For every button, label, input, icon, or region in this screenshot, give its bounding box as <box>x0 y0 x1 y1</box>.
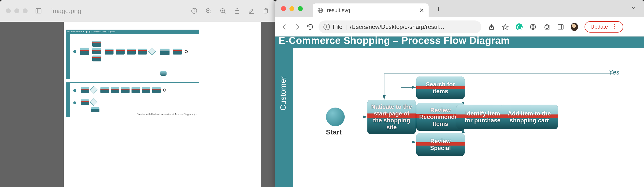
nav-forward-button[interactable] <box>293 22 302 31</box>
url-path: /Users/new/Desktop/c-sharp/resul… <box>350 24 445 30</box>
address-bar[interactable]: i File | /Users/new/Desktop/c-sharp/resu… <box>318 20 482 33</box>
browser-window: result.svg ✕ ＋ i File | /Users/new/Deskt… <box>275 0 644 187</box>
svg-point-4 <box>194 10 194 10</box>
start-caption: Start <box>326 128 342 136</box>
grammarly-extension-icon[interactable] <box>516 23 523 30</box>
preview-zoom-button[interactable] <box>23 8 28 13</box>
thumb-footer: Created with Evaluation version of Aspos… <box>137 113 197 116</box>
flow-diagram: E-Commerce Shopping – Process Flow Diagr… <box>275 36 644 187</box>
preview-document-page: E-Commerce Shopping – Process Flow Diagr… <box>64 22 261 187</box>
node-navigate: Naticate to thestart page ofthe shopping… <box>368 100 416 134</box>
diagram-title: E-Commerce Shopping – Process Flow Diagr… <box>278 36 510 46</box>
tab-overflow-icon[interactable] <box>631 5 636 12</box>
side-panel-icon[interactable] <box>557 23 564 30</box>
sidebar-toggle-icon[interactable] <box>35 8 42 14</box>
site-info-icon[interactable]: i <box>324 24 330 30</box>
update-button[interactable]: Update ⋯ <box>584 21 623 32</box>
preview-titlebar: image.png <box>0 0 275 22</box>
svg-marker-19 <box>502 24 508 29</box>
preview-filename: image.png <box>51 7 81 15</box>
nav-back-button[interactable] <box>280 22 289 31</box>
node-search: Search foritems <box>416 76 464 99</box>
diagram-canvas: Yes Start Naticate to thestart page ofth… <box>293 48 644 187</box>
preview-window: image.png <box>0 0 275 187</box>
start-node <box>326 108 345 126</box>
browser-traffic-lights[interactable] <box>281 6 303 11</box>
new-tab-button[interactable]: ＋ <box>434 4 444 14</box>
diagram-thumb-2: Created with Evaluation version of Aspos… <box>66 82 199 117</box>
svg-rect-14 <box>264 10 268 13</box>
node-review-special: ReviewSpecial <box>416 133 464 156</box>
yes-edge-label: Yes <box>609 68 619 76</box>
preview-minimize-button[interactable] <box>14 8 19 13</box>
browser-viewport[interactable]: E-Commerce Shopping – Process Flow Diagr… <box>275 36 644 187</box>
globe-icon <box>317 7 324 14</box>
browser-toolbar: i File | /Users/new/Desktop/c-sharp/resu… <box>275 17 644 36</box>
thumb-title: E-Commerce Shopping – Process Flow Diagr… <box>66 30 199 34</box>
preview-close-button[interactable] <box>6 8 11 13</box>
node-search-label: Search foritems <box>416 76 464 99</box>
rotate-icon[interactable] <box>262 8 269 14</box>
node-review-special-label: ReviewSpecial <box>416 133 464 156</box>
preview-traffic-lights[interactable] <box>6 8 28 13</box>
node-navigate-label: Naticate to thestart page ofthe shopping… <box>368 100 416 134</box>
zoom-out-icon[interactable] <box>205 8 212 14</box>
markup-pencil-icon[interactable] <box>248 8 255 14</box>
node-add-to-cart-label: Add item to theshopping cart <box>501 104 558 129</box>
lane-label-customer: Customer <box>278 76 288 110</box>
preview-canvas[interactable]: E-Commerce Shopping – Process Flow Diagr… <box>0 22 275 187</box>
url-separator: | <box>346 24 347 30</box>
tab-title: result.svg <box>327 7 350 14</box>
browser-close-button[interactable] <box>281 6 286 11</box>
url-scheme: File <box>333 24 342 30</box>
bookmark-star-icon[interactable] <box>502 23 509 30</box>
info-icon[interactable] <box>191 8 198 14</box>
browser-zoom-button[interactable] <box>298 6 303 11</box>
extensions-puzzle-icon[interactable] <box>543 23 550 30</box>
browser-tab[interactable]: result.svg ✕ <box>312 4 428 17</box>
browser-tabstrip: result.svg ✕ ＋ <box>275 0 644 17</box>
install-share-icon[interactable] <box>488 23 495 30</box>
svg-line-9 <box>224 12 226 14</box>
svg-rect-22 <box>558 24 563 29</box>
svg-rect-0 <box>36 9 41 13</box>
share-icon[interactable] <box>234 8 240 14</box>
browser-minimize-button[interactable] <box>290 6 294 11</box>
tab-close-icon[interactable]: ✕ <box>419 7 424 14</box>
svg-line-6 <box>210 12 211 14</box>
profile-avatar[interactable] <box>571 23 578 30</box>
zoom-in-icon[interactable] <box>219 8 226 14</box>
update-label: Update <box>590 24 608 30</box>
translate-globe-icon[interactable] <box>529 23 537 30</box>
node-add-to-cart: Add item to theshopping cart <box>501 104 558 129</box>
toolbar-icons: Update ⋯ <box>488 21 623 32</box>
diagram-thumb-1: E-Commerce Shopping – Process Flow Diagr… <box>66 30 199 79</box>
nav-reload-button[interactable] <box>306 22 314 31</box>
